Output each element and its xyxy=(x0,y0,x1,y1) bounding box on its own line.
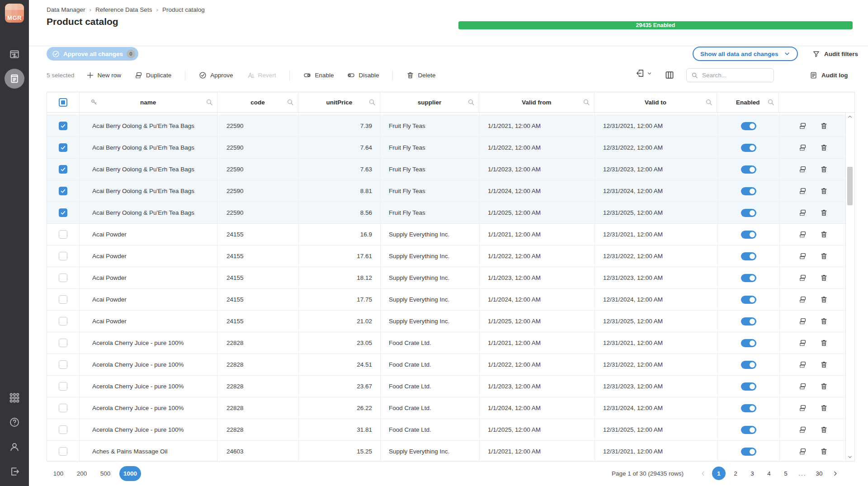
row-duplicate-button[interactable] xyxy=(799,339,807,347)
audit-filters-button[interactable]: Audit filters xyxy=(810,47,861,61)
column-header-supplier[interactable]: supplier xyxy=(380,92,479,112)
action-disable-button[interactable]: Disable xyxy=(347,71,379,79)
action-delete-button[interactable]: Delete xyxy=(406,71,435,79)
column-settings-button[interactable] xyxy=(665,70,675,80)
page-size-500[interactable]: 500 xyxy=(96,466,115,481)
enabled-toggle[interactable] xyxy=(741,339,756,347)
page-button-30[interactable]: 30 xyxy=(812,467,826,480)
row-duplicate-button[interactable] xyxy=(799,231,807,238)
row-delete-button[interactable] xyxy=(820,274,828,282)
enabled-toggle[interactable] xyxy=(741,122,756,130)
column-search-icon[interactable] xyxy=(705,99,712,106)
row-checkbox[interactable] xyxy=(59,165,67,174)
sidebar-item-user[interactable] xyxy=(9,442,20,453)
enabled-toggle[interactable] xyxy=(741,209,756,217)
column-header-name[interactable]: name xyxy=(80,92,217,112)
vertical-scrollbar[interactable] xyxy=(845,113,854,461)
enabled-toggle[interactable] xyxy=(741,144,756,152)
row-checkbox[interactable] xyxy=(59,143,67,152)
row-duplicate-button[interactable] xyxy=(799,317,807,325)
action-enable-button[interactable]: Enable xyxy=(303,71,334,79)
row-delete-button[interactable] xyxy=(820,404,828,412)
row-checkbox[interactable] xyxy=(59,382,67,391)
row-delete-button[interactable] xyxy=(820,317,828,325)
breadcrumb-item-product-catalog[interactable]: Product catalog xyxy=(162,6,205,13)
enabled-toggle[interactable] xyxy=(741,296,756,304)
enabled-toggle[interactable] xyxy=(741,165,756,174)
row-delete-button[interactable] xyxy=(820,448,828,455)
row-checkbox[interactable] xyxy=(59,274,67,282)
approve-all-changes-button[interactable]: Approve all changes 0 xyxy=(47,47,138,61)
page-button-4[interactable]: 4 xyxy=(762,467,776,480)
sidebar-item-help[interactable] xyxy=(9,417,20,428)
next-page-button[interactable] xyxy=(829,467,841,480)
row-delete-button[interactable] xyxy=(820,382,828,390)
enabled-toggle[interactable] xyxy=(741,426,756,434)
row-checkbox[interactable] xyxy=(59,360,67,369)
row-delete-button[interactable] xyxy=(820,426,828,434)
enabled-toggle[interactable] xyxy=(741,252,756,260)
row-delete-button[interactable] xyxy=(820,122,828,130)
column-header-from[interactable]: Valid from xyxy=(479,92,594,112)
page-button-3[interactable]: 3 xyxy=(745,467,759,480)
row-duplicate-button[interactable] xyxy=(799,448,807,455)
page-size-100[interactable]: 100 xyxy=(49,466,68,481)
audit-log-button[interactable]: Audit log xyxy=(807,68,850,82)
row-delete-button[interactable] xyxy=(820,144,828,151)
enabled-toggle[interactable] xyxy=(741,274,756,282)
row-checkbox[interactable] xyxy=(59,295,67,304)
row-checkbox[interactable] xyxy=(59,208,67,217)
enabled-toggle[interactable] xyxy=(741,187,756,195)
breadcrumb-item-data-manager[interactable]: Data Manager xyxy=(47,6,85,13)
previous-page-button[interactable] xyxy=(697,467,709,480)
column-header-enabled[interactable]: Enabled xyxy=(717,92,779,112)
row-duplicate-button[interactable] xyxy=(799,122,807,130)
row-delete-button[interactable] xyxy=(820,231,828,238)
show-all-data-dropdown[interactable]: Show all data and changes xyxy=(693,47,798,61)
column-search-icon[interactable] xyxy=(368,99,376,106)
row-checkbox[interactable] xyxy=(59,122,67,130)
row-checkbox[interactable] xyxy=(59,252,67,260)
column-header-price[interactable]: unitPrice xyxy=(298,92,380,112)
row-delete-button[interactable] xyxy=(820,361,828,368)
enabled-toggle[interactable] xyxy=(741,361,756,369)
select-all-checkbox[interactable] xyxy=(59,98,67,107)
row-duplicate-button[interactable] xyxy=(799,187,807,195)
enabled-toggle[interactable] xyxy=(741,448,756,456)
enabled-toggle[interactable] xyxy=(741,382,756,391)
row-checkbox[interactable] xyxy=(59,425,67,434)
row-duplicate-button[interactable] xyxy=(799,209,807,217)
export-button[interactable] xyxy=(636,69,652,78)
row-delete-button[interactable] xyxy=(820,252,828,260)
column-search-icon[interactable] xyxy=(583,99,590,106)
sidebar-item-data-transfer[interactable] xyxy=(9,49,20,60)
page-button-2[interactable]: 2 xyxy=(729,467,742,480)
row-duplicate-button[interactable] xyxy=(799,382,807,390)
column-search-icon[interactable] xyxy=(767,99,774,106)
breadcrumb-item-reference-data-sets[interactable]: Reference Data Sets xyxy=(95,6,152,13)
row-checkbox[interactable] xyxy=(59,339,67,347)
row-delete-button[interactable] xyxy=(820,165,828,173)
row-duplicate-button[interactable] xyxy=(799,252,807,260)
enabled-toggle[interactable] xyxy=(741,231,756,239)
row-delete-button[interactable] xyxy=(820,296,828,303)
action-approve-button[interactable]: Approve xyxy=(199,71,233,79)
row-duplicate-button[interactable] xyxy=(799,404,807,412)
row-checkbox[interactable] xyxy=(59,317,67,326)
row-duplicate-button[interactable] xyxy=(799,274,807,282)
app-logo[interactable]: MGR xyxy=(5,4,24,23)
row-duplicate-button[interactable] xyxy=(799,144,807,151)
enabled-toggle[interactable] xyxy=(741,317,756,326)
scroll-up-button[interactable] xyxy=(847,114,853,119)
row-checkbox[interactable] xyxy=(59,447,67,456)
search-input[interactable] xyxy=(701,71,769,79)
enabled-toggle[interactable] xyxy=(741,404,756,412)
row-duplicate-button[interactable] xyxy=(799,165,807,173)
row-delete-button[interactable] xyxy=(820,339,828,347)
sidebar-item-product-catalog-active[interactable] xyxy=(5,69,24,89)
page-button-5[interactable]: 5 xyxy=(779,467,793,480)
scroll-down-button[interactable] xyxy=(847,454,853,460)
page-size-1000[interactable]: 1000 xyxy=(119,466,141,481)
scrollbar-thumb[interactable] xyxy=(847,167,853,205)
row-checkbox[interactable] xyxy=(59,404,67,412)
